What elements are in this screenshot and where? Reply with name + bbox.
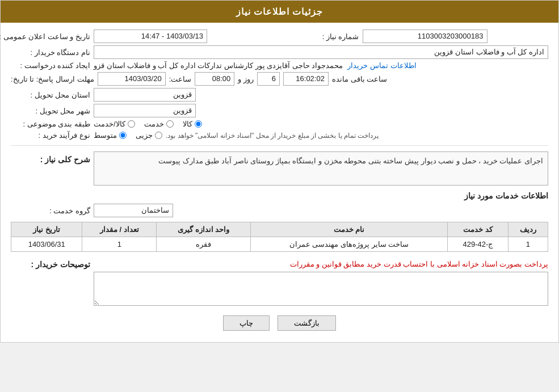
deadline-label: مهلت ارسال پاسخ: تا تاریخ:	[11, 75, 94, 83]
creator-label: ایجاد کننده درخواست :	[11, 61, 90, 70]
service-group-label: گروه خدمت :	[11, 206, 90, 215]
creator-value-group: محمدجواد حاجی آقایزدی پور کارشناس تدارکا…	[94, 61, 548, 70]
category-option-kala-khedmat[interactable]: کالا/خدمت	[94, 120, 135, 128]
category-radio-group: کالا/خدمت خدمت کالا	[94, 120, 202, 128]
category-label: طبقه بندی موضوعی :	[11, 120, 90, 128]
col-header-row: ردیف	[508, 222, 548, 237]
services-table-header-row: ردیف کد خدمت نام خدمت واحد اندازه گیری ت…	[11, 222, 548, 237]
row-narration: شرح کلی نیاز : اجرای عملیات خرید ، حمل و…	[11, 151, 548, 186]
divider-1	[11, 145, 548, 146]
row-service-group: گروه خدمت : ساختمان	[11, 204, 548, 217]
buyer-desc-group: توصیحات خریدار : پرداخت بصورت اسناد خزان…	[11, 256, 548, 307]
row-province: استان محل تحویل : قزوین	[11, 88, 548, 102]
services-section-label: اطلاعات خدمات مورد نیاز	[11, 191, 548, 200]
buyer-desc-value: پرداخت بصورت اسناد خزانه اسلامی با احتسا…	[94, 256, 548, 272]
row-creator: ایجاد کننده درخواست : محمدجواد حاجی آقای…	[11, 61, 548, 70]
table-cell-code: ج-42-429	[448, 237, 508, 252]
requester-org-group: نام دستگاه خریدار : اداره کل آب و فاضلاب…	[11, 45, 548, 59]
col-header-name: نام خدمت	[250, 222, 447, 237]
purchase-note: پرداخت تمام یا بخشی از مبلغ خریدار از مح…	[166, 132, 379, 140]
deadline-time: 08:00	[195, 72, 234, 86]
deadline-remaining: 16:02:02	[283, 72, 329, 86]
need-number-label: شماره نیاز :	[280, 32, 359, 41]
col-header-qty: تعداد / مقدار	[82, 222, 157, 237]
announce-date-group: تاریخ و ساعت اعلان عمومی : 1403/03/13 - …	[11, 29, 280, 43]
purchase-type-group: نوع فرآیند خرید : متوسط جزیی پرداخت تمام…	[11, 130, 548, 140]
table-cell-unit: فقره	[157, 237, 250, 252]
creator-value: محمدجواد حاجی آقایزدی پور کارشناس تدارکا…	[94, 61, 343, 70]
purchase-type-motavaset[interactable]: متوسط	[94, 131, 127, 140]
province-value: قزوین	[94, 88, 196, 102]
row-deadline: مهلت ارسال پاسخ: تا تاریخ: 1403/03/20 سا…	[11, 72, 548, 86]
page-wrapper: جزئیات اطلاعات نیاز تاریخ و ساعت اعلان ع…	[0, 0, 559, 343]
deadline-day-label: روز و	[238, 75, 254, 83]
creator-group: ایجاد کننده درخواست : محمدجواد حاجی آقای…	[11, 61, 548, 70]
deadline-remaining-label: ساعت باقی مانده	[332, 75, 387, 83]
category-group: طبقه بندی موضوعی : کالا/خدمت خدمت کالا	[11, 120, 548, 128]
purchase-type-radio-group: متوسط جزیی	[94, 131, 162, 140]
table-cell-qty: 1	[82, 237, 157, 252]
buyer-desc-label: توصیحات خریدار :	[11, 256, 90, 269]
narration-label: شرح کلی نیاز :	[11, 151, 90, 164]
narration-group: شرح کلی نیاز : اجرای عملیات خرید ، حمل و…	[11, 151, 548, 186]
table-cell-name: ساخت سایر پروژه‌های مهندسی عمران	[250, 237, 447, 252]
content-area: تاریخ و ساعت اعلان عمومی : 1403/03/13 - …	[1, 23, 558, 342]
deadline-time-label: ساعت:	[169, 75, 192, 83]
row-city: شهر محل تحویل : قزوین	[11, 104, 548, 117]
narration-value: اجرای عملیات خرید ، حمل و نصب دیوار پیش …	[94, 151, 548, 186]
city-group: شهر محل تحویل : قزوین	[11, 104, 548, 117]
table-cell-row: 1	[508, 237, 548, 252]
province-group: استان محل تحویل : قزوین	[11, 88, 548, 102]
row-need-number: تاریخ و ساعت اعلان عمومی : 1403/03/13 - …	[11, 29, 548, 43]
row-category: طبقه بندی موضوعی : کالا/خدمت خدمت کالا	[11, 120, 548, 128]
row-purchase-type: نوع فرآیند خرید : متوسط جزیی پرداخت تمام…	[11, 130, 548, 140]
announce-datetime-label: تاریخ و ساعت اعلان عمومی :	[11, 32, 90, 41]
buyer-desc-content: پرداخت بصورت اسناد خزانه اسلامی با احتسا…	[94, 256, 548, 307]
col-header-code: کد خدمت	[448, 222, 508, 237]
province-label: استان محل تحویل :	[11, 91, 90, 99]
row-requester-org: نام دستگاه خریدار : اداره کل آب و فاضلاب…	[11, 45, 548, 59]
page-header: جزئیات اطلاعات نیاز	[1, 1, 558, 23]
city-label: شهر محل تحویل :	[11, 107, 90, 115]
purchase-type-label: نوع فرآیند خرید :	[11, 131, 90, 140]
need-number-value: 1103003203000183	[363, 29, 487, 43]
print-button[interactable]: چاپ	[223, 315, 270, 331]
table-row: 1ج-42-429ساخت سایر پروژه‌های مهندسی عمرا…	[11, 237, 548, 252]
col-header-unit: واحد اندازه گیری	[157, 222, 250, 237]
buttons-row: بازگشت چاپ	[11, 315, 548, 331]
page-title: جزئیات اطلاعات نیاز	[236, 7, 323, 16]
col-header-date: تاریخ نیاز	[11, 222, 82, 237]
service-group-container: گروه خدمت : ساختمان	[11, 204, 548, 217]
deadline-group: مهلت ارسال پاسخ: تا تاریخ: 1403/03/20 سا…	[11, 72, 548, 86]
requester-org-label: نام دستگاه خریدار :	[11, 48, 90, 57]
back-button[interactable]: بازگشت	[278, 315, 336, 331]
need-number-group: شماره نیاز : 1103003203000183	[280, 29, 549, 43]
category-option-kala[interactable]: کالا	[183, 120, 202, 128]
requester-org-value: اداره کل آب و فاضلاب استان قزوین	[94, 45, 548, 59]
service-group-value: ساختمان	[94, 204, 173, 217]
city-value: قزوین	[94, 104, 196, 117]
deadline-date: 1403/03/20	[98, 72, 166, 86]
table-cell-date: 1403/06/31	[11, 237, 82, 252]
buyer-textarea[interactable]	[94, 272, 548, 306]
deadline-days: 6	[257, 72, 280, 86]
purchase-type-jozi[interactable]: جزیی	[136, 131, 162, 140]
row-buyer-desc: توصیحات خریدار : پرداخت بصورت اسناد خزان…	[11, 256, 548, 307]
services-table: ردیف کد خدمت نام خدمت واحد اندازه گیری ت…	[11, 222, 548, 252]
category-option-khedmat[interactable]: خدمت	[144, 120, 174, 128]
creator-link[interactable]: اطلاعات تماس خریدار	[347, 61, 416, 70]
announce-datetime-value: 1403/03/13 - 14:47	[94, 29, 207, 43]
